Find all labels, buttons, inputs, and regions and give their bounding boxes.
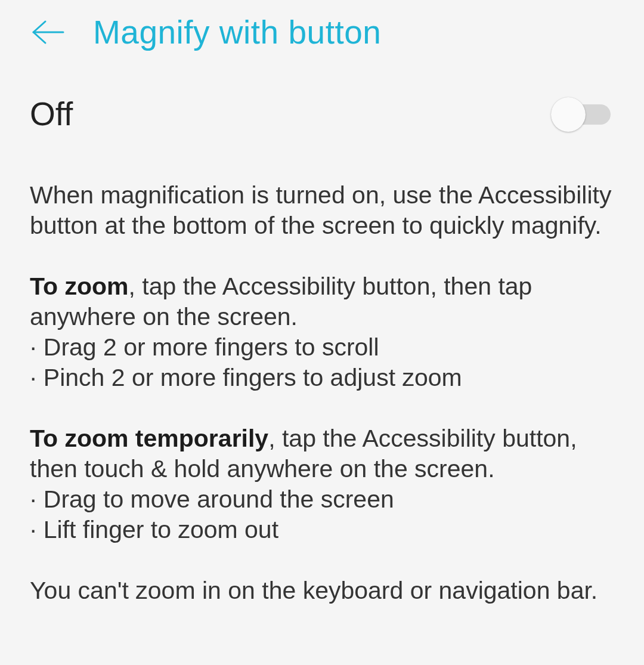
toggle-row: Off — [0, 54, 644, 137]
page-title: Magnify with button — [93, 13, 381, 51]
description-text: When magnification is turned on, use the… — [0, 137, 644, 606]
toggle-state-label: Off — [30, 95, 73, 133]
arrow-left-icon — [31, 18, 66, 47]
header-bar: Magnify with button — [0, 0, 644, 54]
temp-bullet-2: · Lift finger to zoom out — [30, 515, 614, 545]
zoom-bold: To zoom — [30, 273, 128, 300]
temp-zoom-paragraph: To zoom temporarily, tap the Accessibili… — [30, 423, 614, 546]
back-button[interactable] — [30, 14, 67, 51]
zoom-bullet-1: · Drag 2 or more fingers to scroll — [30, 332, 614, 363]
temp-bullet-1: · Drag to move around the screen — [30, 484, 614, 515]
zoom-bullet-2: · Pinch 2 or more fingers to adjust zoom — [30, 363, 614, 393]
intro-paragraph: When magnification is turned on, use the… — [30, 180, 614, 242]
switch-thumb — [551, 97, 586, 132]
zoom-paragraph: To zoom, tap the Accessibility button, t… — [30, 271, 614, 394]
temp-bold: To zoom temporarily — [30, 425, 268, 452]
magnify-toggle-switch[interactable] — [551, 100, 615, 128]
footer-paragraph: You can't zoom in on the keyboard or nav… — [30, 576, 614, 606]
